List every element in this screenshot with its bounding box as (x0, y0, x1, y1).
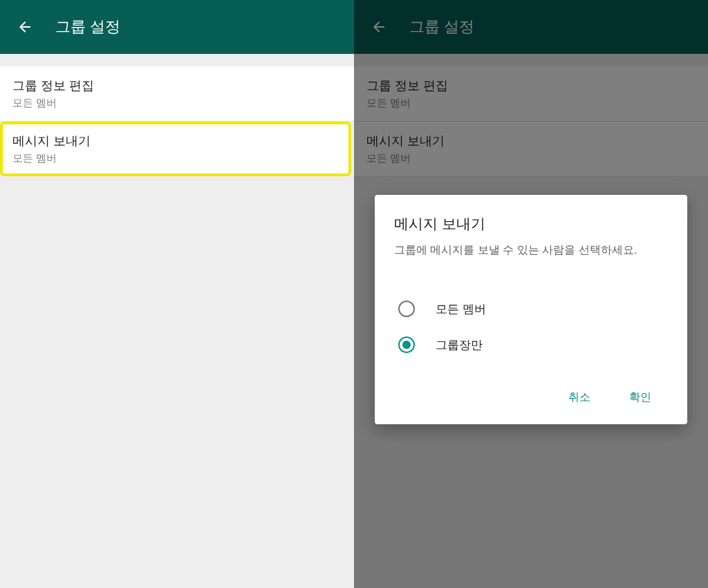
right-panel: 그룹 설정 그룹 정보 편집 모든 멤버 메시지 보내기 모든 멤버 메시지 보… (354, 0, 708, 588)
dialog-title: 메시지 보내기 (394, 214, 668, 234)
setting-title: 그룹 정보 편집 (12, 77, 342, 94)
dialog-description: 그룹에 메시지를 보낼 수 있는 사람을 선택하세요. (394, 243, 668, 258)
dialog-actions: 취소 확인 (394, 385, 668, 416)
setting-title: 메시지 보내기 (12, 133, 339, 149)
header-bar: 그룹 설정 (0, 0, 354, 54)
radio-option-admins-only[interactable]: 그룹장만 (394, 327, 668, 363)
radio-selected-icon (398, 336, 415, 353)
back-arrow-icon[interactable] (17, 19, 33, 35)
setting-send-messages[interactable]: 메시지 보내기 모든 멤버 (0, 122, 351, 176)
setting-subtitle: 모든 멤버 (12, 152, 339, 165)
modal-overlay[interactable]: 메시지 보내기 그룹에 메시지를 보낼 수 있는 사람을 선택하세요. 모든 멤… (354, 0, 708, 588)
radio-unselected-icon (398, 301, 415, 317)
cancel-button[interactable]: 취소 (563, 385, 596, 410)
radio-dot-icon (402, 341, 411, 349)
radio-label: 그룹장만 (436, 337, 483, 353)
setting-subtitle: 모든 멤버 (12, 97, 342, 110)
header-title: 그룹 설정 (55, 17, 120, 37)
send-messages-dialog: 메시지 보내기 그룹에 메시지를 보낼 수 있는 사람을 선택하세요. 모든 멤… (375, 195, 687, 424)
setting-group-info-edit[interactable]: 그룹 정보 편집 모든 멤버 (0, 66, 354, 122)
confirm-button[interactable]: 확인 (624, 385, 657, 410)
left-panel: 그룹 설정 그룹 정보 편집 모든 멤버 메시지 보내기 모든 멤버 (0, 0, 354, 588)
radio-option-all-members[interactable]: 모든 멤버 (394, 291, 668, 327)
radio-label: 모든 멤버 (436, 301, 486, 317)
settings-content: 그룹 정보 편집 모든 멤버 메시지 보내기 모든 멤버 (0, 54, 354, 588)
